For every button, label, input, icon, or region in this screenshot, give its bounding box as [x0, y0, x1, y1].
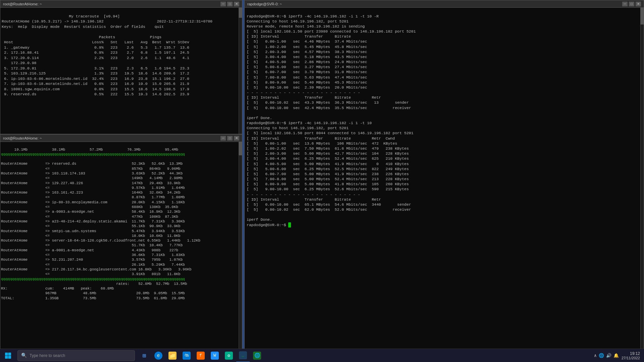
app6-icon: W — [211, 352, 219, 360]
edge-button[interactable]: e — [152, 349, 165, 362]
system-clock[interactable]: 19:12 27/11/2022 — [622, 351, 640, 360]
app7-icon: ⚙ — [225, 352, 233, 360]
edge-icon: e — [154, 352, 162, 360]
app6-button[interactable]: W — [208, 349, 221, 362]
file-explorer-icon: 📁 — [168, 352, 177, 360]
term3-scroll-thumb[interactable] — [640, 8, 644, 24]
term1-title: root@RouterAtHome: ~ — [3, 2, 42, 6]
svg-rect-2 — [5, 356, 8, 359]
titlebar-mtr: root@RouterAtHome: ~ ─ □ ✕ — [0, 0, 242, 8]
desktop: root@RouterAtHome: ~ ─ □ ✕ My traceroute… — [0, 0, 644, 349]
term3-content: rapdodge@SVR-0:~$ iperf3 -4c 146.19.196.… — [247, 14, 642, 227]
titlebar-nethogs: root@RouterAtHome: ~ ─ □ ✕ — [0, 135, 242, 142]
app5-icon: f — [197, 352, 205, 360]
terminal-nethogs: root@RouterAtHome: ~ ─ □ ✕ 19.1Mb 38.1Mb… — [0, 134, 242, 349]
taskbar-search-icon: 🔍 — [21, 353, 27, 358]
term3-scrollbar[interactable] — [640, 8, 644, 349]
term1-scroll-thumb[interactable] — [239, 8, 242, 18]
browser-icon: 🌐 — [253, 352, 261, 360]
term1-minimize[interactable]: ─ — [220, 2, 226, 6]
terminal-iperf: rapdodge@SVR-0: ~ ─ □ ✕ rapdodge@SVR-0:~… — [244, 0, 644, 349]
term2-content: 19.1Mb 38.1Mb 57.2Mb 76.3Mb 95.4Mb qqqqq… — [1, 147, 241, 301]
term1-body[interactable]: My traceroute [v0.94] RouterAtHome (10.9… — [0, 8, 242, 134]
clock-date: 27/11/2022 — [622, 356, 640, 360]
taskbar-search-bar[interactable]: 🔍 Type here to search — [17, 350, 135, 361]
term1-content: My traceroute [v0.94] RouterAtHome (10.9… — [2, 14, 241, 97]
term2-body[interactable]: 19.1Mb 38.1Mb 57.2Mb 76.3Mb 95.4Mb qqqqq… — [0, 142, 242, 349]
term2-scrollbar[interactable] — [239, 142, 242, 349]
browser-button[interactable]: 🌐 — [250, 349, 264, 362]
task-view-icon: ⊞ — [140, 352, 148, 360]
term3-title: rapdodge@SVR-0: ~ — [247, 2, 282, 6]
network-icon[interactable]: 🌐 — [599, 353, 604, 358]
term2-scroll-thumb[interactable] — [239, 142, 242, 155]
svg-rect-1 — [8, 353, 11, 356]
term2-close[interactable]: ✕ — [234, 136, 239, 141]
notifications-icon[interactable]: 🔔 — [613, 353, 619, 358]
term3-minimize[interactable]: ─ — [622, 2, 628, 6]
svg-rect-0 — [5, 353, 8, 356]
store-icon: 🛍 — [183, 352, 191, 360]
term2-title: root@RouterAtHome: ~ — [3, 136, 42, 140]
clock-time: 19:12 — [622, 351, 640, 356]
search-placeholder-text: Type here to search — [30, 353, 65, 358]
store-button[interactable]: 🛍 — [180, 349, 193, 362]
start-button[interactable] — [0, 349, 16, 362]
app5-button[interactable]: f — [194, 349, 207, 362]
term2-minimize[interactable]: ─ — [220, 136, 226, 141]
titlebar-iperf: rapdodge@SVR-0: ~ ─ □ ✕ — [245, 0, 644, 8]
term2-controls: ─ □ ✕ — [220, 136, 239, 141]
system-tray: ∧ 🌐 🔊 🔔 — [594, 353, 619, 358]
term3-maximize[interactable]: □ — [629, 2, 634, 6]
windows-logo-icon — [5, 352, 11, 359]
file-explorer-button[interactable]: 📁 — [166, 349, 179, 362]
system-tray-area: ∧ 🌐 🔊 🔔 19:12 27/11/2022 — [594, 351, 644, 360]
term1-close[interactable]: ✕ — [234, 2, 239, 6]
terminal-taskbar-button[interactable]: _ — [236, 349, 250, 362]
app7-button[interactable]: ⚙ — [222, 349, 236, 362]
term3-body[interactable]: rapdodge@SVR-0:~$ iperf3 -4c 146.19.196.… — [245, 8, 644, 349]
term3-controls: ─ □ ✕ — [622, 2, 641, 6]
taskbar: 🔍 Type here to search ⊞ e 📁 🛍 f W ⚙ — [0, 349, 644, 362]
term1-maximize[interactable]: □ — [227, 2, 233, 6]
taskbar-apps: ⊞ e 📁 🛍 f W ⚙ _ 🌐 — [138, 349, 264, 362]
term3-close[interactable]: ✕ — [636, 2, 641, 6]
term1-controls: ─ □ ✕ — [220, 2, 239, 6]
task-view-button[interactable]: ⊞ — [138, 349, 151, 362]
volume-icon[interactable]: 🔊 — [606, 353, 611, 358]
terminal-mtr: root@RouterAtHome: ~ ─ □ ✕ My traceroute… — [0, 0, 242, 134]
terminal-taskbar-icon: _ — [239, 351, 247, 359]
svg-rect-3 — [8, 356, 11, 359]
tray-chevron-icon[interactable]: ∧ — [594, 353, 597, 358]
term2-maximize[interactable]: □ — [227, 136, 233, 141]
term1-scrollbar[interactable] — [239, 8, 242, 134]
